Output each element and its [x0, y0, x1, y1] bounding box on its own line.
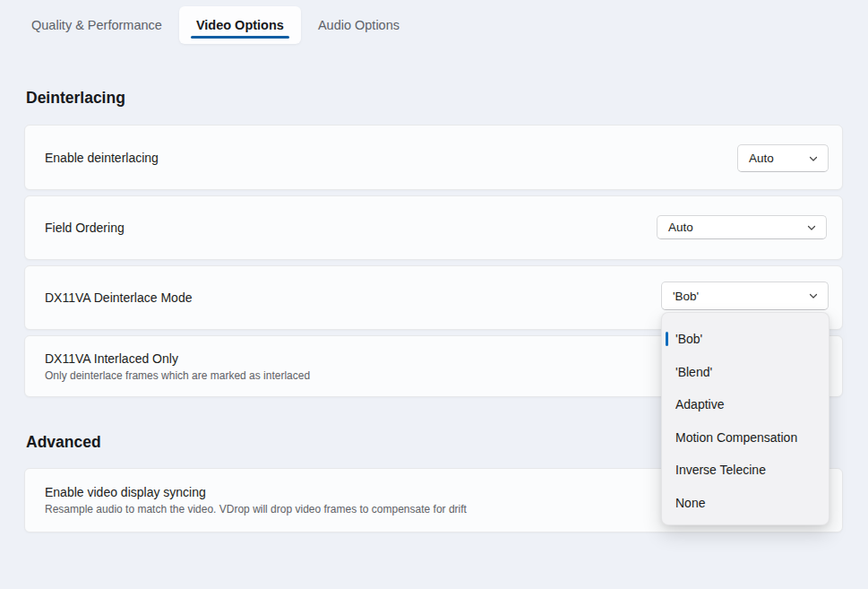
setting-row-enable-deinterlacing: Enable deinterlacing: [24, 125, 843, 190]
dropdown-item-label: 'Bob': [675, 332, 702, 346]
setting-description: Resample audio to match the video. VDrop…: [45, 503, 467, 515]
dropdown-item-none[interactable]: None: [662, 487, 829, 520]
tab-video-options[interactable]: Video Options: [179, 6, 301, 44]
setting-description: Only deinterlace frames which are marked…: [45, 369, 310, 382]
setting-label: Enable deinterlacing: [45, 151, 159, 165]
section-heading-advanced: Advanced: [26, 433, 101, 452]
setting-label: Enable video display syncing: [45, 485, 206, 499]
tab-strip: Quality & Performance Video Options Audi…: [14, 6, 417, 44]
dropdown-value: 'Bob': [673, 290, 699, 303]
field-ordering-dropdown[interactable]: Auto: [657, 215, 827, 239]
chevron-down-icon: [806, 222, 817, 233]
dropdown-item-adaptive[interactable]: Adaptive: [662, 388, 829, 421]
chevron-down-icon: [808, 290, 819, 301]
tab-label: Video Options: [196, 18, 284, 32]
dropdown-menu: 'Bob' 'Blend' Adaptive Motion Compensati…: [661, 312, 829, 525]
setting-label: DX11VA Interlaced Only: [45, 351, 178, 366]
dropdown-item-label: None: [675, 496, 705, 510]
dropdown-item-blend[interactable]: 'Blend': [662, 356, 829, 389]
dropdown-value: Auto: [749, 152, 774, 165]
dropdown-item-label: 'Blend': [675, 365, 712, 379]
tab-label: Audio Options: [318, 18, 400, 32]
dx11va-deinterlace-mode-dropdown[interactable]: 'Bob': [661, 282, 829, 310]
dropdown-item-inverse-telecine[interactable]: Inverse Telecine: [662, 454, 829, 487]
dropdown-item-label: Adaptive: [675, 397, 724, 411]
dropdown-item-label: Motion Compensation: [675, 430, 797, 445]
tab-label: Quality & Performance: [31, 18, 162, 32]
dropdown-value: Auto: [668, 221, 693, 234]
settings-page: Quality & Performance Video Options Audi…: [0, 0, 868, 589]
setting-label: Field Ordering: [45, 221, 125, 235]
enable-deinterlacing-dropdown[interactable]: Auto: [737, 144, 829, 172]
dropdown-item-label: Inverse Telecine: [675, 463, 766, 477]
setting-label: DX11VA Deinterlace Mode: [45, 290, 192, 305]
tab-audio-options[interactable]: Audio Options: [301, 6, 417, 44]
dropdown-item-motion-compensation[interactable]: Motion Compensation: [662, 421, 829, 455]
chevron-down-icon: [808, 153, 819, 164]
tab-quality-performance[interactable]: Quality & Performance: [14, 6, 179, 44]
dropdown-item-bob[interactable]: 'Bob': [662, 323, 829, 356]
section-heading-deinterlacing: Deinterlacing: [26, 89, 125, 108]
